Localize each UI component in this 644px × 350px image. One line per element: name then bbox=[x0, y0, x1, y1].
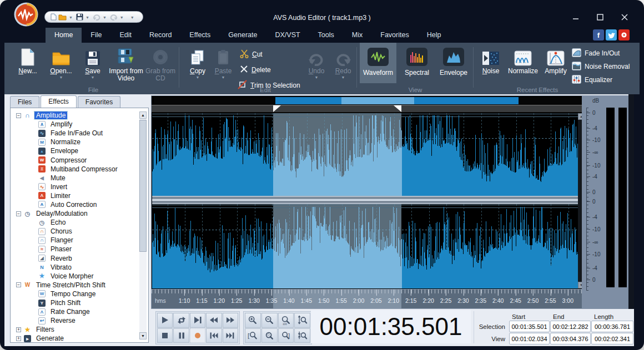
open-folder-icon[interactable] bbox=[58, 14, 67, 21]
tree-item-envelope[interactable]: ▲Envelope bbox=[13, 146, 147, 155]
menu-tab-effects[interactable]: Effects bbox=[180, 28, 219, 43]
tree-item-flanger[interactable]: ∩Flanger bbox=[13, 236, 147, 245]
tree-item-mute[interactable]: ◀Mute bbox=[13, 174, 147, 182]
equalizer-button[interactable]: Equalizer bbox=[572, 74, 612, 86]
scroll-down-icon[interactable]: ▼ bbox=[139, 332, 147, 339]
zoom-vertical-in-button[interactable] bbox=[294, 313, 310, 328]
tree-item-filters[interactable]: +★Filters bbox=[13, 325, 147, 334]
menu-tab-dx-vst[interactable]: DX/VST bbox=[266, 28, 309, 43]
overview-view-segment[interactable] bbox=[414, 97, 519, 104]
twitter-icon[interactable] bbox=[606, 29, 617, 40]
overview-position-bar[interactable] bbox=[154, 97, 582, 104]
collapse-icon[interactable]: − bbox=[16, 211, 21, 216]
sidebar-tab-favorites[interactable]: Favorites bbox=[78, 96, 120, 108]
save-dropdown-icon[interactable]: ▼ bbox=[85, 16, 89, 19]
selection-start-handle[interactable] bbox=[273, 105, 281, 112]
tree-item-chorus[interactable]: ∩Chorus bbox=[13, 227, 147, 236]
tree-item-multiband-compressor[interactable]: ΞMultiband Compressor bbox=[13, 165, 147, 174]
tree-item-reverb[interactable]: ◢Reverb bbox=[13, 254, 147, 263]
undo-icon[interactable] bbox=[93, 14, 100, 21]
tree-item-amplify[interactable]: ∧Amplify bbox=[13, 120, 147, 129]
time-value-field[interactable]: 00:02:12.282 bbox=[550, 321, 591, 332]
pause-button[interactable] bbox=[173, 328, 189, 343]
play-next-button[interactable] bbox=[190, 313, 205, 328]
expand-icon[interactable]: + bbox=[16, 336, 21, 341]
copy-dropdown-icon[interactable]: ▼ bbox=[185, 75, 210, 80]
loop-button[interactable] bbox=[173, 313, 189, 328]
tree-item-pitch-shift[interactable]: YPitch Shift bbox=[13, 298, 147, 307]
tree-item-time-stretch-pitch-shift[interactable]: −WTime Stretch/Pitch Shift bbox=[13, 281, 147, 290]
paste-dropdown-icon[interactable]: ▼ bbox=[211, 75, 235, 80]
selection-end-handle[interactable] bbox=[394, 105, 401, 112]
zoom-out-button[interactable] bbox=[261, 313, 278, 328]
redo-button[interactable]: Redo ▼ bbox=[331, 46, 355, 80]
undo-button[interactable]: Undo ▼ bbox=[304, 46, 329, 80]
tree-item-invert[interactable]: ∿Invert bbox=[13, 182, 147, 191]
noise-effect-button[interactable]: Noise bbox=[477, 46, 504, 75]
menu-tab-home[interactable]: Home bbox=[46, 28, 82, 43]
tree-item-echo[interactable]: ◷Echo bbox=[13, 218, 147, 227]
save-dropdown-icon[interactable]: ▼ bbox=[80, 75, 105, 80]
time-value-field[interactable]: 00:02:02.341 bbox=[591, 333, 633, 344]
fade-in-out-button[interactable]: Fade In/Out bbox=[572, 47, 620, 59]
sidebar-tab-effects[interactable]: Effects bbox=[41, 95, 76, 108]
cut-button[interactable]: Cut bbox=[240, 48, 263, 60]
forward-button[interactable] bbox=[223, 313, 238, 328]
menu-tab-help[interactable]: Help bbox=[418, 28, 450, 43]
amplify-effect-button[interactable]: Amplify bbox=[542, 46, 570, 75]
save-button[interactable]: Save ▼ bbox=[80, 46, 105, 80]
youtube-icon[interactable] bbox=[618, 29, 630, 40]
tree-item-limiter[interactable]: ΛLimiter bbox=[13, 191, 147, 200]
play-button[interactable] bbox=[157, 313, 173, 328]
menu-tab-tools[interactable]: Tools bbox=[309, 28, 343, 43]
tree-item-phaser[interactable]: ≈Phaser bbox=[13, 245, 147, 253]
menu-tab-mix[interactable]: Mix bbox=[343, 28, 371, 43]
zoom-selection-button[interactable]: [ bbox=[245, 328, 261, 343]
menu-tab-record[interactable]: Record bbox=[140, 28, 180, 43]
redo-dropdown-icon[interactable]: ▼ bbox=[120, 16, 124, 19]
menu-tab-generate[interactable]: Generate bbox=[219, 28, 266, 43]
zoom-in-button[interactable] bbox=[245, 313, 261, 328]
tree-item-auto-correction[interactable]: AAuto Correction bbox=[13, 200, 147, 209]
copy-button[interactable]: Copy ▼ bbox=[185, 46, 210, 80]
grab-from-cd-button[interactable]: Grab from CD bbox=[144, 46, 177, 82]
time-value-field[interactable]: 00:03:04.376 bbox=[550, 333, 591, 344]
selection-strip[interactable] bbox=[152, 105, 585, 113]
tree-item-compressor[interactable]: WCompressor bbox=[13, 155, 147, 164]
delete-button[interactable]: Delete bbox=[240, 64, 271, 76]
tree-scrollbar[interactable]: ▲ ▼ bbox=[139, 111, 147, 339]
tree-item-rate-change[interactable]: ΛRate Change bbox=[13, 307, 147, 316]
time-value-field[interactable]: 00:00:36.781 bbox=[591, 321, 633, 332]
go-start-button[interactable] bbox=[206, 328, 222, 343]
tree-item-normalize[interactable]: MNormalize bbox=[13, 138, 147, 146]
open-button[interactable]: Open... ▼ bbox=[46, 46, 77, 80]
tree-item-fade-in-fade-out[interactable]: ∿Fade In/Fade Out bbox=[13, 129, 147, 138]
noise-removal-button[interactable]: Noise Removal bbox=[572, 60, 630, 73]
zoom-100-button[interactable]: 100 bbox=[278, 313, 294, 328]
paste-button[interactable]: Paste ▼ bbox=[211, 46, 235, 80]
redo-dropdown-icon[interactable]: ▼ bbox=[331, 75, 355, 80]
zoom-vertical-out-button[interactable] bbox=[294, 328, 310, 343]
new-file-icon[interactable] bbox=[51, 13, 57, 21]
menu-tab-favorites[interactable]: Favorites bbox=[371, 28, 417, 43]
rewind-button[interactable] bbox=[206, 313, 222, 328]
undo-dropdown-icon[interactable]: ▼ bbox=[103, 16, 107, 19]
redo-icon[interactable] bbox=[110, 14, 118, 21]
zoom-right-button[interactable]: ] bbox=[278, 328, 294, 343]
tree-item-generate[interactable]: +▶Generate bbox=[13, 334, 147, 343]
minimize-button[interactable] bbox=[568, 12, 583, 22]
view-spectral-button[interactable]: Spectral bbox=[399, 43, 435, 83]
zoom-all-button[interactable] bbox=[261, 328, 278, 343]
view-waveform-button[interactable]: Waveform bbox=[360, 43, 396, 83]
overview-selection-segment[interactable] bbox=[341, 97, 414, 104]
tree-item-voice-morpher[interactable]: ★Voice Morpher bbox=[13, 272, 147, 281]
open-dropdown-icon[interactable]: ▼ bbox=[46, 75, 77, 80]
collapse-icon[interactable]: − bbox=[16, 113, 21, 118]
waveform-canvas[interactable] bbox=[152, 113, 578, 288]
customize-toolbar-icon[interactable]: ▼ bbox=[130, 16, 134, 19]
record-button[interactable] bbox=[190, 328, 205, 343]
go-end-button[interactable] bbox=[223, 328, 238, 343]
overview-view-segment[interactable] bbox=[275, 97, 341, 104]
tree-item-delay-modulation[interactable]: −◷Delay/Modulation bbox=[13, 209, 147, 218]
collapse-icon[interactable]: − bbox=[16, 282, 21, 287]
